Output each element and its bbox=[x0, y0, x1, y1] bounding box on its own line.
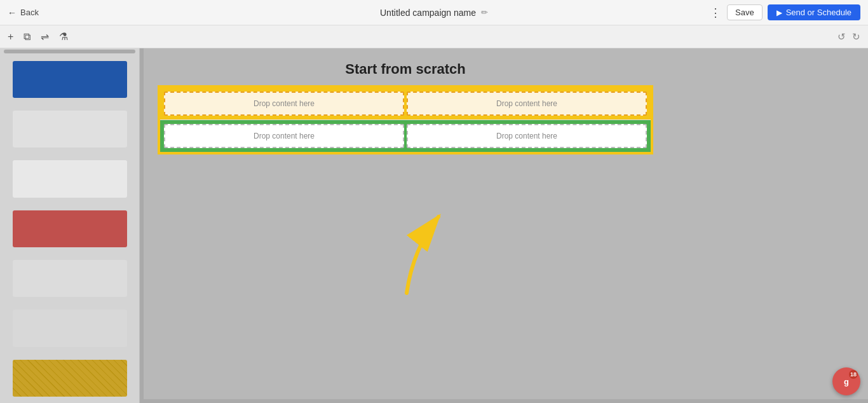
canvas-gray-area bbox=[158, 154, 653, 377]
main-area: Start from scratch Drop content here Dro… bbox=[0, 48, 868, 403]
topbar: ← Back Untitled campaign name ✏ ⋮ Save ▶… bbox=[0, 0, 868, 25]
send-schedule-button[interactable]: ▶ Send or Schedule bbox=[768, 4, 860, 20]
drop-cell-1[interactable]: Drop content here bbox=[164, 92, 404, 116]
badge-count: 18 bbox=[849, 370, 858, 379]
email-block: Drop content here Drop content here Drop… bbox=[158, 85, 653, 154]
toolbar-right: ↺ ↻ bbox=[837, 31, 860, 43]
send-icon: ▶ bbox=[776, 8, 782, 17]
page-title: Start from scratch bbox=[158, 48, 653, 85]
undo-icon[interactable]: ↺ bbox=[837, 31, 846, 43]
save-button[interactable]: Save bbox=[727, 4, 763, 20]
user-badge[interactable]: g 18 bbox=[832, 367, 860, 395]
sidebar-block-yellow[interactable] bbox=[13, 360, 127, 397]
back-button[interactable]: ← Back bbox=[8, 8, 39, 18]
drop-cell-4[interactable]: Drop content here bbox=[407, 124, 647, 148]
toolbar: + ⧉ ⇌ ⚗ ↺ ↻ bbox=[0, 25, 868, 48]
sidebar-block-gray3[interactable] bbox=[13, 260, 127, 297]
badge-letter: g bbox=[844, 377, 849, 386]
drop-cell-3[interactable]: Drop content here bbox=[164, 124, 404, 148]
sidebar-block-gray1[interactable] bbox=[13, 111, 127, 147]
more-options-icon[interactable]: ⋮ bbox=[710, 6, 722, 20]
canvas-scrollbar-h[interactable] bbox=[144, 399, 868, 403]
sidebar-block-gray2[interactable] bbox=[13, 160, 127, 197]
sidebar bbox=[0, 48, 140, 403]
filter-icon[interactable]: ⇌ bbox=[41, 31, 49, 43]
toolbar-left: + ⧉ ⇌ ⚗ bbox=[8, 31, 68, 43]
add-icon[interactable]: + bbox=[8, 31, 13, 43]
canvas-scrollbar-v[interactable] bbox=[140, 48, 144, 403]
campaign-title: Untitled campaign name bbox=[380, 8, 476, 18]
row-green: Drop content here Drop content here bbox=[160, 120, 651, 152]
flask-icon[interactable]: ⚗ bbox=[59, 31, 68, 43]
canvas-area: Start from scratch Drop content here Dro… bbox=[140, 48, 868, 403]
row-orange: Drop content here Drop content here bbox=[160, 88, 651, 120]
page-wrapper: Start from scratch Drop content here Dro… bbox=[158, 48, 653, 377]
sidebar-scroll-indicator bbox=[4, 50, 135, 53]
layers-icon[interactable]: ⧉ bbox=[24, 31, 31, 43]
sidebar-block-blue[interactable] bbox=[13, 61, 127, 98]
back-label: Back bbox=[20, 8, 39, 17]
topbar-right: ⋮ Save ▶ Send or Schedule bbox=[710, 4, 860, 20]
sidebar-block-red[interactable] bbox=[13, 210, 127, 247]
redo-icon[interactable]: ↻ bbox=[852, 31, 860, 43]
send-schedule-label: Send or Schedule bbox=[786, 8, 851, 17]
topbar-center: Untitled campaign name ✏ bbox=[380, 8, 488, 18]
sidebar-block-gray4[interactable] bbox=[13, 310, 127, 346]
edit-icon[interactable]: ✏ bbox=[481, 8, 488, 17]
back-arrow-icon: ← bbox=[8, 8, 17, 18]
drop-cell-2[interactable]: Drop content here bbox=[407, 92, 647, 116]
